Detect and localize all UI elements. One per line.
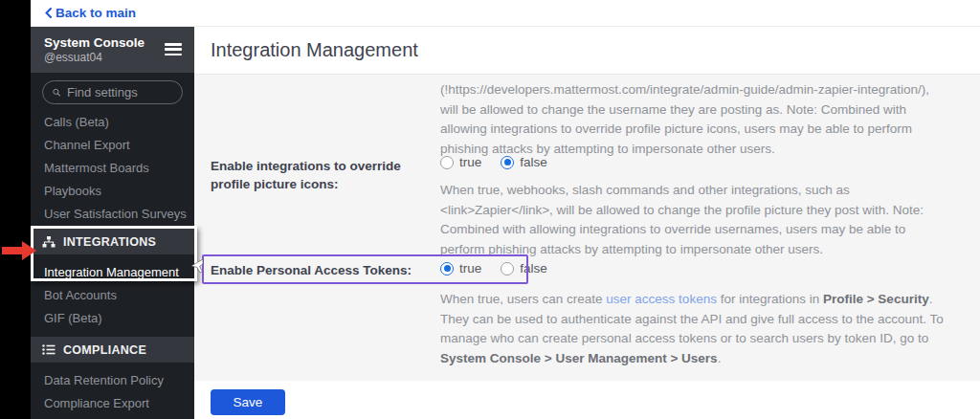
sidebar-item-data-retention-policy[interactable]: Data Retention Policy (31, 368, 194, 391)
search-input[interactable] (67, 85, 172, 99)
sidebar-section-compliance[interactable]: COMPLIANCE (31, 337, 194, 363)
help-line: manage who can create personal access to… (440, 329, 980, 349)
radio-icon-checked[interactable] (501, 156, 514, 169)
override-picture-icons-label: Enable integrations to override profile … (211, 157, 433, 193)
radio-option-true[interactable]: true (440, 155, 481, 169)
sidebar-header: System Console @essuat04 (31, 27, 194, 73)
top-bar: Back to main (31, 0, 980, 27)
sidebar-item-calls[interactable]: Calls (Beta) (31, 110, 194, 133)
personal-access-tokens-label: Enable Personal Access Tokens: (211, 263, 433, 277)
radio-option-false[interactable]: false (501, 155, 547, 169)
sidebar-item-user-satisfaction-surveys[interactable]: User Satisfaction Surveys (31, 202, 194, 225)
sidebar-item-compliance-export[interactable]: Compliance Export (31, 391, 194, 414)
chevron-left-icon (45, 8, 52, 18)
radio-icon-checked[interactable] (440, 262, 454, 276)
help-line: When true, users can create user access … (440, 290, 980, 310)
radio-option-true[interactable]: true (440, 261, 481, 276)
personal-access-tokens-help-text: When true, users can create user access … (440, 290, 980, 368)
override-picture-icons-radio-group: true false (440, 155, 547, 169)
back-to-main-link[interactable]: Back to main (45, 6, 136, 20)
console-username: @essuat04 (44, 51, 183, 65)
override-usernames-help-text: (!https://developers.mattermost.com/inte… (440, 80, 980, 159)
override-picture-icons-help-text: When true, webhooks, slash commands and … (440, 181, 980, 259)
radio-icon[interactable] (501, 262, 514, 276)
hamburger-menu-icon[interactable] (165, 43, 182, 55)
list-icon (42, 344, 56, 355)
search-icon (53, 86, 60, 99)
radio-option-false[interactable]: false (501, 261, 547, 276)
console-title: System Console (44, 34, 183, 51)
sidebar-section-integrations[interactable]: INTEGRATIONS (31, 229, 194, 254)
sidebar-item-playbooks[interactable]: Playbooks (31, 179, 194, 202)
sidebar-item-integration-management[interactable]: Integration Management (31, 260, 194, 283)
help-line: System Console > User Management > Users… (440, 349, 980, 369)
page-header: Integration Management (194, 27, 980, 75)
sidebar-item-custom-terms-of-service[interactable]: Custom Terms of Service (31, 414, 194, 419)
sidebar-item-mattermost-boards[interactable]: Mattermost Boards (31, 156, 194, 179)
radio-icon[interactable] (440, 156, 454, 169)
save-button[interactable]: Save (211, 389, 285, 415)
user-access-tokens-link[interactable]: user access tokens (606, 292, 717, 306)
help-line: They can be used to authenticate against… (440, 310, 980, 330)
sidebar-item-channel-export[interactable]: Channel Export (31, 133, 194, 156)
sidebar-item-gif[interactable]: GIF (Beta) (31, 306, 194, 329)
sidebar-item-bot-accounts[interactable]: Bot Accounts (31, 283, 194, 306)
sitemap-icon (42, 236, 56, 248)
admin-sidebar: System Console @essuat04 Calls (Beta) Ch… (31, 27, 194, 419)
personal-access-tokens-radio-group: true false (440, 261, 547, 276)
team-sidebar-strip (0, 0, 31, 419)
find-settings-search[interactable] (42, 80, 183, 104)
back-to-main-label: Back to main (56, 6, 136, 20)
settings-panel: (!https://developers.mattermost.com/inte… (194, 75, 980, 381)
page-title: Integration Management (211, 39, 418, 61)
